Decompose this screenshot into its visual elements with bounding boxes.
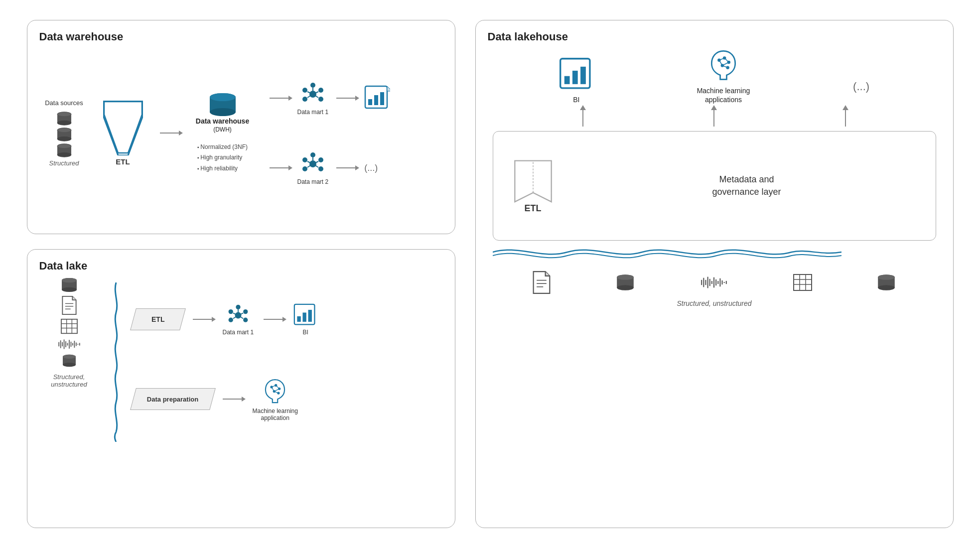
svg-rect-34 — [380, 92, 384, 105]
dlh-cyl-icon — [615, 274, 636, 291]
dlh-bottom-label: Structured, unstructured — [503, 299, 926, 307]
dl-sources-label: Structured,unstructured — [51, 373, 87, 388]
svg-rect-33 — [374, 95, 378, 105]
data-warehouse-diagram: Data warehouse Data sources — [27, 20, 455, 234]
dw-etl-label: ETL — [116, 157, 130, 166]
svg-point-10 — [57, 152, 71, 157]
svg-rect-91 — [297, 316, 301, 321]
dw-mart2: Data mart 2 — [297, 151, 329, 185]
dlh-meta-label: Metadata and governance layer — [573, 173, 921, 198]
dl-etl-path: ETL — [133, 303, 443, 336]
dw-title: Data warehouse — [39, 30, 443, 43]
dlh-bi-app: BI — [559, 57, 594, 104]
dlh-grid-icon — [793, 274, 813, 291]
svg-point-82 — [243, 317, 248, 322]
svg-marker-123 — [842, 105, 848, 110]
svg-rect-92 — [303, 312, 306, 321]
dlh-bi-icon — [559, 57, 594, 92]
dlh-box: Data lakehouse BI — [475, 20, 954, 528]
dlh-ml-label: Machine learning applications — [697, 86, 750, 104]
svg-line-117 — [719, 60, 722, 66]
svg-line-101 — [274, 389, 279, 391]
dlh-ml-app: Machine learning applications — [697, 48, 750, 104]
svg-point-18 — [210, 108, 236, 116]
svg-point-25 — [302, 97, 307, 102]
dlh-title: Data lakehouse — [488, 30, 941, 43]
dlh-ellipsis: (...) — [853, 69, 869, 104]
svg-point-2 — [57, 121, 71, 125]
dw-data-sources: Data sources — [39, 99, 89, 167]
data-lake-diagram: Data lake — [27, 249, 455, 528]
svg-point-49 — [62, 287, 77, 292]
svg-point-84 — [228, 317, 233, 322]
svg-rect-55 — [61, 319, 77, 333]
dw-mart1-row: Data mart 1 — [267, 81, 391, 116]
dl-grid-icon — [60, 318, 78, 334]
dl-dataprep-shape: Data preparation — [130, 388, 216, 410]
dl-title: Data lake — [39, 260, 443, 273]
svg-point-40 — [302, 157, 307, 162]
dlh-wave-icon — [493, 245, 841, 260]
dl-bi-icon — [293, 303, 317, 327]
dw-arrow-1 — [160, 133, 180, 134]
dlh-up-arrow-1 — [578, 104, 588, 129]
bi-report-icon-1 — [364, 85, 390, 111]
cylinder-icon-1 — [55, 112, 73, 126]
svg-rect-105 — [564, 76, 570, 84]
svg-point-39 — [318, 166, 323, 171]
dlh-up-arrow-3 — [840, 104, 850, 129]
svg-line-115 — [722, 62, 729, 65]
dl-dataprep-path: Data preparation — [133, 377, 443, 421]
svg-point-38 — [318, 157, 323, 162]
dl-doc-icon — [61, 295, 78, 315]
dw-ellipsis: (...) — [364, 163, 378, 173]
dl-ml-app: Machine learning application — [253, 377, 298, 421]
dlh-bottom-sources: Structured, unstructured — [488, 266, 941, 312]
dw-arrow-mart1 — [270, 98, 289, 99]
svg-point-81 — [243, 309, 248, 314]
svg-point-21 — [310, 83, 315, 88]
dl-arrow-bi — [264, 319, 283, 320]
svg-rect-106 — [572, 71, 578, 84]
dl-arrow-ml — [223, 399, 243, 400]
svg-point-98 — [278, 392, 280, 394]
etl-funnel-icon — [103, 101, 143, 155]
svg-marker-121 — [711, 105, 717, 110]
svg-point-23 — [318, 97, 323, 102]
svg-point-156 — [878, 285, 895, 291]
svg-rect-149 — [794, 274, 812, 290]
dlh-inner: BI — [488, 48, 941, 514]
svg-point-77 — [63, 363, 76, 367]
svg-point-3 — [57, 112, 71, 117]
dl-wavy-line — [111, 282, 121, 442]
svg-point-37 — [310, 152, 315, 157]
dw-etl-funnel: ETL — [93, 101, 153, 166]
data-lakehouse-diagram: Data lakehouse BI — [475, 20, 954, 528]
svg-marker-35 — [387, 86, 390, 91]
dl-paths: ETL — [133, 277, 443, 447]
dlh-bi-label: BI — [573, 95, 579, 104]
dlh-ellipsis-app: (...) — [853, 69, 869, 104]
dl-etl-shape: ETL — [130, 308, 186, 330]
svg-point-22 — [318, 88, 323, 93]
dw-mart2-row: Data mart 2 (...) — [267, 151, 391, 185]
dlh-wave — [493, 245, 936, 262]
dlh-etl-label: ETL — [525, 203, 542, 214]
svg-point-83 — [228, 309, 233, 314]
dw-data-marts: Data mart 1 — [267, 63, 391, 203]
dwh-cylinder-icon — [208, 92, 238, 117]
dw-arrow-ellipsis — [336, 167, 356, 168]
dlh-doc-icon — [532, 271, 552, 294]
dl-arrow-etl — [193, 319, 213, 320]
dlh-audio-icon — [699, 274, 729, 290]
network-icon-1 — [300, 81, 326, 107]
dlh-ml-icon — [706, 48, 741, 83]
dwh-block: Data warehouse (DWH) Normalized (3NF) Hi… — [183, 92, 263, 174]
svg-point-157 — [878, 275, 895, 280]
network-icon-2 — [300, 151, 326, 177]
svg-marker-15 — [104, 102, 142, 153]
dl-audio-icon — [56, 337, 82, 351]
dlh-middle-box: ETL Metadata and governance layer — [493, 131, 936, 241]
dl-cylinder-small-icon — [61, 354, 78, 367]
dwh-bullets: Normalized (3NF) High granularity High r… — [197, 142, 248, 174]
